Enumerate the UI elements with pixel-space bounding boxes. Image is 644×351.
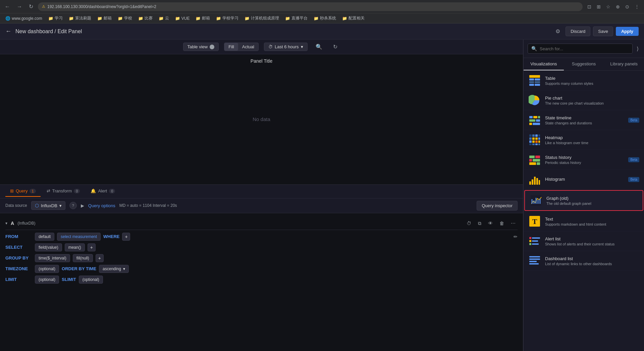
bookmark-10[interactable]: 📁 计算机组成原理 bbox=[242, 15, 282, 22]
groupby-chip-time[interactable]: time($_interval) bbox=[35, 254, 70, 262]
slimit-chip-optional[interactable]: (optional) bbox=[79, 276, 103, 284]
apply-button[interactable]: Apply bbox=[616, 27, 639, 36]
viz-item-graph-old[interactable]: Graph (old) The old default graph panel bbox=[524, 190, 643, 211]
bookmark-11[interactable]: 📁 直播平台 bbox=[282, 15, 310, 22]
viz-item-dashboard-list[interactable]: Dashboard list List of dynamic links to … bbox=[524, 251, 644, 271]
viz-item-pie[interactable]: Pie chart The new core pie chart visuali… bbox=[524, 91, 644, 110]
viz-item-histogram[interactable]: Histogram Beta bbox=[524, 170, 644, 189]
bookmark-5[interactable]: 📁 比赛 bbox=[136, 15, 155, 22]
page-title: New dashboard / Edit Panel bbox=[15, 28, 82, 35]
address-bar[interactable]: ⚠ 192.168.100.130:3000/dashboard/new?org… bbox=[38, 2, 583, 11]
cast-btn[interactable]: ⊞ bbox=[595, 3, 603, 11]
back-button[interactable]: ← bbox=[5, 28, 11, 35]
forward-nav-btn[interactable]: → bbox=[15, 2, 24, 11]
query-duplicate-button[interactable]: ⧉ bbox=[476, 220, 483, 227]
bookmark-12[interactable]: 📁 秒杀系统 bbox=[311, 15, 339, 22]
help-button[interactable]: ? bbox=[69, 202, 77, 209]
table-viz-icon bbox=[528, 74, 541, 87]
groupby-add-button[interactable]: + bbox=[96, 254, 104, 262]
limit-chip-optional[interactable]: (optional) bbox=[35, 276, 59, 284]
from-chip-measurement[interactable]: select measurement bbox=[57, 233, 101, 241]
query-tab-query[interactable]: ⊞ Query 1 bbox=[5, 186, 41, 197]
actual-button[interactable]: Actual bbox=[238, 43, 258, 51]
bookmark-7[interactable]: 📁 VUE bbox=[172, 15, 193, 21]
bookmark-3[interactable]: 📁 邮箱 bbox=[95, 15, 114, 22]
bookmark-google-icon: 🌐 bbox=[5, 16, 10, 21]
collapse-panel-button[interactable]: ⟩ bbox=[635, 44, 640, 53]
bookmark-4[interactable]: 📁 学校 bbox=[115, 15, 135, 22]
viz-item-table[interactable]: Table Supports many column styles bbox=[524, 71, 644, 91]
bookmark-13[interactable]: 📁 配置相关 bbox=[339, 15, 367, 22]
bookmark-btn[interactable]: ☆ bbox=[604, 3, 612, 11]
reload-btn[interactable]: ↻ bbox=[27, 2, 35, 11]
svg-rect-12 bbox=[536, 119, 540, 122]
screenshot-btn[interactable]: ⊡ bbox=[585, 3, 593, 11]
text-viz-info: Text Supports markdown and html content bbox=[545, 217, 639, 226]
svg-rect-2 bbox=[535, 78, 540, 80]
settings-gear-button[interactable]: ⚙ bbox=[553, 27, 563, 36]
extensions-btn[interactable]: ⊕ bbox=[614, 3, 622, 11]
zoom-out-button[interactable]: 🔍 bbox=[313, 42, 325, 51]
viz-item-state-timeline[interactable]: State timeline State changes and duratio… bbox=[524, 110, 644, 130]
viz-item-status-history[interactable]: Status history Periodic status history B… bbox=[524, 150, 644, 170]
svg-rect-10 bbox=[538, 116, 540, 118]
menu-btn[interactable]: ⋮ bbox=[633, 3, 641, 11]
svg-rect-26 bbox=[538, 140, 540, 143]
search-input[interactable] bbox=[540, 46, 629, 51]
viz-item-text[interactable]: T Text Supports markdown and html conten… bbox=[524, 212, 644, 231]
select-chip-mean[interactable]: mean() bbox=[65, 243, 85, 251]
select-add-button[interactable]: + bbox=[88, 243, 96, 251]
bookmark-6[interactable]: 📁 云 bbox=[156, 15, 172, 22]
profile-icon[interactable]: ⊙ bbox=[623, 3, 631, 11]
query-more-button[interactable]: ⋯ bbox=[509, 220, 518, 227]
search-input-wrap[interactable]: 🔍 bbox=[528, 44, 633, 54]
query-timer-button[interactable]: ⏱ bbox=[465, 220, 473, 227]
save-button[interactable]: Save bbox=[593, 26, 613, 36]
query-meta-text: MD = auto = 1104 Interval = 20s bbox=[119, 203, 473, 208]
discard-button[interactable]: Discard bbox=[566, 26, 590, 36]
viz-item-alert-list[interactable]: Alert list Shows list of alerts and thei… bbox=[524, 231, 644, 251]
svg-rect-44 bbox=[533, 200, 535, 204]
bookmark-8[interactable]: 📁 邮箱 bbox=[193, 15, 213, 22]
datasource-label: Data source bbox=[5, 203, 27, 208]
bookmark-2[interactable]: 📁 算法刷题 bbox=[66, 15, 94, 22]
dashboard-list-viz-icon bbox=[528, 254, 541, 267]
bookmark-9[interactable]: 📁 学校学习 bbox=[213, 15, 241, 22]
state-timeline-beta-badge: Beta bbox=[628, 118, 639, 123]
transform-tab-label: Transform bbox=[52, 188, 72, 193]
viz-tab-library[interactable]: Library panels bbox=[604, 58, 644, 70]
groupby-chip-fill[interactable]: fill(null) bbox=[73, 254, 93, 262]
query-delete-button[interactable]: 🗑 bbox=[497, 220, 506, 227]
time-range-button[interactable]: ⏱ Last 6 hours ▾ bbox=[264, 43, 308, 51]
query-tab-transform[interactable]: ⇄ Transform 0 bbox=[42, 186, 85, 197]
svg-rect-56 bbox=[529, 256, 540, 257]
query-options-link[interactable]: Query options bbox=[88, 203, 115, 208]
query-inspector-button[interactable]: Query inspector bbox=[477, 201, 518, 211]
datasource-selector[interactable]: ⬡ InfluxDB ▾ bbox=[31, 201, 65, 210]
timezone-chip-optional[interactable]: (optional) bbox=[35, 265, 59, 273]
where-add-button[interactable]: + bbox=[122, 233, 130, 241]
orderby-chip-ascending[interactable]: ascending ▾ bbox=[99, 265, 129, 273]
refresh-button[interactable]: ↻ bbox=[330, 42, 340, 51]
back-nav-btn[interactable]: ← bbox=[3, 2, 12, 11]
collapse-arrow-icon[interactable]: ▾ bbox=[5, 221, 7, 226]
transform-tab-icon: ⇄ bbox=[47, 188, 50, 193]
viz-tabs: Visualizations Suggestions Library panel… bbox=[524, 58, 644, 71]
bookmark-1[interactable]: 📁 学习 bbox=[46, 15, 65, 22]
bookmark-google[interactable]: 🌐 www.google.com bbox=[3, 15, 45, 21]
header-left: ← New dashboard / Edit Panel bbox=[5, 28, 82, 35]
from-chip-default[interactable]: default bbox=[35, 233, 54, 241]
query-tab-alert[interactable]: 🔔 Alert 0 bbox=[86, 186, 120, 197]
viz-tab-suggestions[interactable]: Suggestions bbox=[564, 58, 604, 70]
select-chip-field[interactable]: field(value) bbox=[35, 243, 62, 251]
svg-rect-53 bbox=[532, 237, 540, 239]
viz-tab-visualizations[interactable]: Visualizations bbox=[524, 58, 564, 70]
from-edit-button[interactable]: ✏ bbox=[514, 234, 518, 239]
fill-button[interactable]: Fill bbox=[224, 43, 238, 51]
pie-viz-icon bbox=[528, 94, 541, 107]
status-history-viz-desc: Periodic status history bbox=[545, 161, 624, 165]
query-toggle-button[interactable]: 👁 bbox=[486, 220, 495, 227]
viz-item-heatmap[interactable]: Heatmap Like a histogram over time bbox=[524, 130, 644, 150]
limit-keyword: LIMIT bbox=[5, 277, 32, 282]
table-view-toggle[interactable]: Table view bbox=[183, 43, 219, 51]
